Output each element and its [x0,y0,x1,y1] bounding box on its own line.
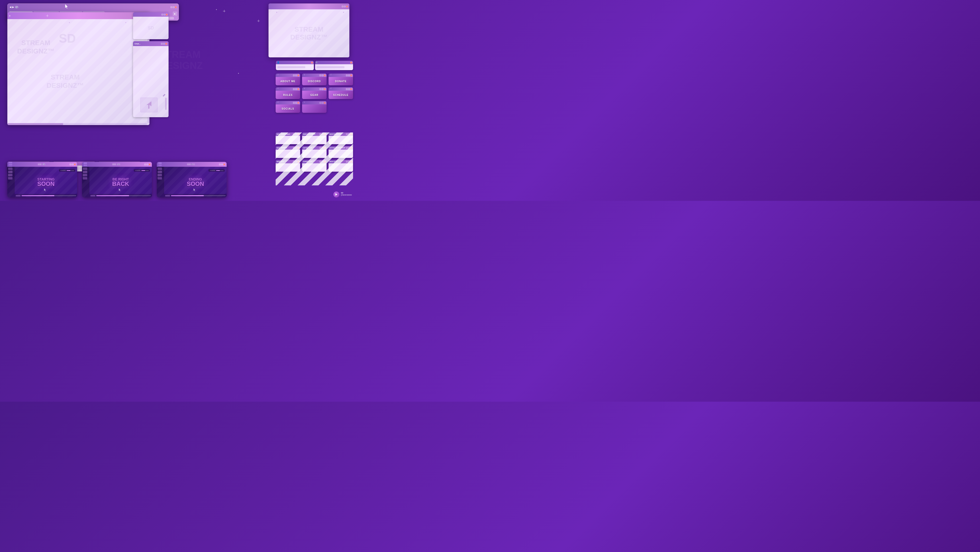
maximize-btn[interactable] [348,75,350,76]
gear-panel-btn[interactable]: ↙ GEAR [302,87,326,99]
close-btn[interactable] [350,161,352,163]
maximize-btn[interactable] [322,75,323,76]
btn-controls[interactable] [320,102,326,104]
maximize-btn[interactable] [173,6,175,8]
socials-panel-btn[interactable]: ↙ SOCIALS [275,101,300,113]
notif-controls[interactable] [293,161,299,163]
panel-controls[interactable] [350,62,352,64]
maximize-btn[interactable] [344,6,346,7]
close-btn[interactable] [165,43,167,45]
minimize-btn[interactable] [293,88,295,90]
notif-controls[interactable] [320,147,326,149]
maximize-btn[interactable] [348,161,350,163]
close-btn[interactable] [166,14,167,16]
minimize-btn[interactable] [346,88,348,90]
btn-controls[interactable] [293,88,299,90]
close-btn[interactable] [324,102,326,104]
rules-panel-btn[interactable]: ↙ RULES [275,87,300,99]
maximize-btn[interactable] [322,133,323,135]
close-btn[interactable] [350,88,352,90]
maximize-btn[interactable] [322,161,323,163]
maximize-btn[interactable] [146,164,148,165]
maximize-btn[interactable] [322,147,323,149]
maximize-btn[interactable] [295,102,297,104]
minimize-btn[interactable] [320,147,321,149]
close-btn[interactable] [223,164,225,165]
close-btn[interactable] [346,6,348,7]
notif-controls[interactable] [346,161,352,163]
minimize-btn[interactable] [293,102,295,104]
minimize-btn[interactable] [346,75,348,76]
minimize-btn[interactable] [161,43,163,45]
btn-controls[interactable] [346,88,352,90]
minimize-btn[interactable] [346,161,348,163]
close-btn[interactable] [298,161,299,163]
maximize-btn[interactable] [295,133,297,135]
close-btn[interactable] [324,147,326,149]
close-btn[interactable] [350,75,352,76]
minimize-btn[interactable] [170,6,172,8]
notif-controls[interactable] [320,161,326,163]
btn-controls[interactable] [293,102,299,104]
minimize-btn[interactable] [293,161,295,163]
minimize-btn[interactable] [346,133,348,135]
notif-controls[interactable] [346,147,352,149]
close-btn[interactable] [298,133,299,135]
btn-controls[interactable] [320,88,326,90]
schedule-panel-btn[interactable]: ↙ SCHEDULE [329,87,353,99]
notif-controls[interactable] [320,133,326,135]
minimize-btn[interactable] [219,164,221,165]
close-btn[interactable] [298,88,299,90]
minimize-btn[interactable] [293,147,295,149]
minimize-btn[interactable] [161,14,163,16]
maximize-btn[interactable] [295,161,297,163]
btn-controls[interactable] [320,75,326,76]
maximize-btn[interactable] [163,43,165,45]
close-btn[interactable] [311,62,313,64]
scene-controls[interactable] [70,164,76,165]
minimize-btn[interactable] [320,75,321,76]
btn-controls[interactable] [293,75,299,76]
scrollbar-horizontal[interactable] [7,123,147,125]
minimize-btn[interactable] [320,161,321,163]
notif-controls[interactable] [293,147,299,149]
close-btn[interactable] [298,75,299,76]
extra-panel-btn[interactable]: ↙ [302,101,326,113]
panel-controls[interactable] [342,6,348,7]
minimize-btn[interactable] [144,164,146,165]
maximize-btn[interactable] [72,164,73,165]
maximize-btn[interactable] [322,88,323,90]
scene-controls[interactable] [144,164,150,165]
add-tab-btn[interactable]: + [9,14,11,18]
notif-controls[interactable] [346,133,352,135]
minimize-btn[interactable] [293,133,295,135]
notif-controls[interactable] [293,133,299,135]
minimize-btn[interactable] [70,164,71,165]
about-me-panel-btn[interactable]: ↙ ABOUT ME [275,73,300,85]
close-btn[interactable] [324,161,326,163]
close-btn[interactable] [324,88,326,90]
close-btn[interactable] [298,102,299,104]
minimize-btn[interactable] [346,147,348,149]
minimize-btn[interactable] [320,102,321,104]
close-btn[interactable] [350,147,352,149]
scroll-right-btn[interactable]: ▶ [173,11,177,16]
close-btn[interactable] [149,164,150,165]
minimize-btn[interactable] [293,75,295,76]
donate-panel-btn[interactable]: ↙ DONATE [329,73,353,85]
chat-controls[interactable] [161,43,167,45]
minimize-btn[interactable] [342,6,344,7]
maximize-btn[interactable] [295,88,297,90]
panel-controls[interactable] [311,62,313,64]
minimize-btn[interactable] [320,133,321,135]
maximize-btn[interactable] [295,75,297,76]
panel-controls[interactable] [161,14,167,16]
close-btn[interactable] [324,133,326,135]
scrollbar-h-thumb[interactable] [7,123,63,125]
close-btn[interactable] [350,62,352,64]
maximize-btn[interactable] [221,164,223,165]
maximize-btn[interactable] [295,147,297,149]
close-btn[interactable] [298,147,299,149]
browser-window-controls[interactable] [170,6,177,8]
minimize-btn[interactable] [320,88,321,90]
